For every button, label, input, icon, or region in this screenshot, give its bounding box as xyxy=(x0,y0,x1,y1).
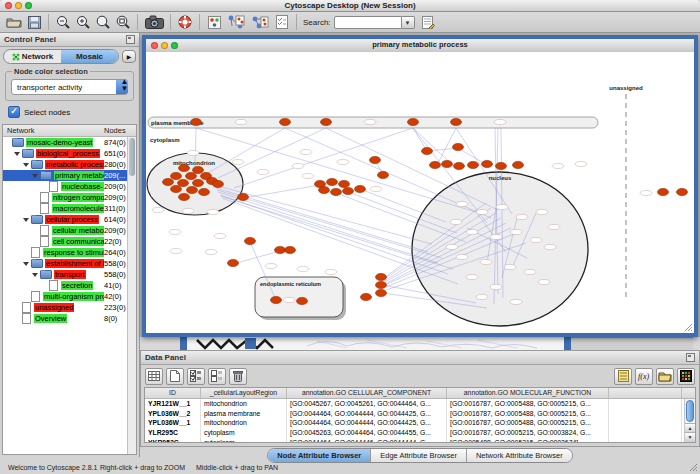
attribute-list-icon[interactable] xyxy=(614,368,632,385)
delete-attribute-icon[interactable] xyxy=(229,368,247,385)
tree-expand-arrow-icon[interactable] xyxy=(14,152,20,156)
node-color-dropdown[interactable]: transporter activity ▲▼ xyxy=(11,79,128,95)
network-node-selected[interactable] xyxy=(321,118,332,125)
tab-edge-attribute-browser[interactable]: Edge Attribute Browser xyxy=(371,449,467,462)
table-row[interactable]: YLR295Ccytoplasm[GO:0045263, GO:0044464,… xyxy=(145,428,695,438)
open-file-icon[interactable] xyxy=(4,13,24,31)
create-attribute-icon[interactable] xyxy=(166,368,184,385)
table-column-header[interactable]: _cellularLayoutRegion xyxy=(201,388,287,398)
network-node-selected[interactable] xyxy=(331,188,342,195)
tab-mosaic[interactable]: Mosaic xyxy=(61,50,118,63)
tree-scrollbar[interactable] xyxy=(127,137,136,454)
table-row[interactable]: YKR052Ccytoplasm[GO:0044464, GO:0044446,… xyxy=(145,438,695,443)
tree-expand-arrow-icon[interactable] xyxy=(23,218,29,222)
network-node-small[interactable] xyxy=(552,163,564,168)
network-node-small[interactable] xyxy=(214,233,226,238)
network-node-small[interactable] xyxy=(456,201,468,206)
network-node-selected[interactable] xyxy=(171,185,182,192)
tree-expand-arrow-icon[interactable] xyxy=(23,262,29,266)
tree-row-establishment-of-lo[interactable]: establishment of lo558(0) xyxy=(3,258,128,269)
tree-row-transport[interactable]: transport558(0) xyxy=(3,269,128,280)
zoom-selected-region-icon[interactable] xyxy=(93,13,113,31)
network-node-small[interactable] xyxy=(538,279,550,284)
data-panel-float-icon[interactable] xyxy=(686,353,695,362)
table-row[interactable]: YPL036W__1mitochondrion[GO:0044464, GO:0… xyxy=(145,418,695,428)
network-node-small[interactable] xyxy=(325,269,337,274)
network-node-small[interactable] xyxy=(516,214,528,219)
network-node-selected[interactable] xyxy=(238,193,249,200)
network-node-selected[interactable] xyxy=(370,156,381,163)
table-column-header[interactable]: annotation.GO CELLULAR_COMPONENT xyxy=(287,388,447,398)
network-node-small[interactable] xyxy=(640,190,652,195)
network-node-selected[interactable] xyxy=(187,186,198,193)
network-node-small[interactable] xyxy=(480,259,492,264)
network-node-selected[interactable] xyxy=(430,161,441,168)
network-node-selected[interactable] xyxy=(378,171,389,178)
network-node-small[interactable] xyxy=(510,229,522,234)
layout-b-icon[interactable] xyxy=(248,13,272,31)
tab-network-attribute-browser[interactable]: Network Attribute Browser xyxy=(467,449,572,462)
network-node-selected[interactable] xyxy=(343,187,354,194)
network-node-small[interactable] xyxy=(530,237,542,242)
network-node-selected[interactable] xyxy=(376,281,387,288)
network-node-selected[interactable] xyxy=(199,188,210,195)
table-column-header[interactable]: ID xyxy=(145,388,201,398)
search-settings-icon[interactable] xyxy=(419,13,439,31)
tree-row-nucleobase-[interactable]: nucleobase-209(0) xyxy=(3,181,128,192)
network-node-small[interactable] xyxy=(232,159,244,164)
network-node-selected[interactable] xyxy=(454,162,465,169)
network-node-selected[interactable] xyxy=(482,160,493,167)
attribute-table-icon[interactable] xyxy=(145,368,163,385)
network-node-selected[interactable] xyxy=(361,293,372,300)
network-canvas[interactable]: plasma membrane cytoplasm mitochondrion … xyxy=(146,52,694,333)
tree-expand-arrow-icon[interactable] xyxy=(32,174,38,178)
search-dropdown-button[interactable]: ▼ xyxy=(402,16,415,29)
table-row[interactable]: YPL036W__2plasma membrane[GO:0044464, GO… xyxy=(145,409,695,419)
network-node-selected[interactable] xyxy=(468,161,479,168)
formula-builder-icon[interactable]: f(x) xyxy=(635,368,653,385)
network-node-selected[interactable] xyxy=(442,160,453,167)
tab-network[interactable]: Network xyxy=(4,50,61,63)
zoom-fit-icon[interactable] xyxy=(113,13,133,31)
network-node-small[interactable] xyxy=(575,161,587,166)
network-node-selected[interactable] xyxy=(408,118,419,125)
save-session-icon[interactable] xyxy=(24,13,44,31)
attribute-matrix-icon[interactable] xyxy=(677,368,695,385)
network-node-small[interactable] xyxy=(544,244,556,249)
tree-row-multi-organism-pro[interactable]: multi-organism pro42(0) xyxy=(3,291,128,302)
network-node-selected[interactable] xyxy=(422,147,433,154)
network-node-selected[interactable] xyxy=(245,237,256,244)
network-node-small[interactable] xyxy=(476,294,488,299)
network-window-titlebar[interactable]: primary metabolic process xyxy=(146,39,694,53)
network-node-selected[interactable] xyxy=(275,246,286,253)
tree-row-nitrogen-compo[interactable]: nitrogen compo209(0) xyxy=(3,192,128,203)
import-attributes-icon[interactable] xyxy=(656,368,674,385)
resize-grip-icon[interactable] xyxy=(684,323,693,332)
network-node-small[interactable] xyxy=(446,244,458,249)
table-scrollbar-thumb[interactable] xyxy=(686,400,694,422)
tree-row-overview[interactable]: Overview8(0) xyxy=(3,313,128,324)
network-node-small[interactable] xyxy=(496,204,508,209)
network-node-selected[interactable] xyxy=(453,143,464,150)
network-node-selected[interactable] xyxy=(228,259,239,266)
network-node-selected[interactable] xyxy=(339,180,350,187)
network-node-small[interactable] xyxy=(152,207,164,212)
table-row[interactable]: YJR121W__1mitochondrion[GO:0045267, GO:0… xyxy=(145,399,695,409)
help-lifesaver-icon[interactable] xyxy=(175,13,195,31)
table-column-header[interactable]: annotation.GO MOLECULAR_FUNCTION xyxy=(447,388,609,398)
network-node-small[interactable] xyxy=(548,224,560,229)
network-node-selected[interactable] xyxy=(271,296,282,303)
network-node-small[interactable] xyxy=(466,229,478,234)
network-node-selected[interactable] xyxy=(213,180,224,187)
network-node-small[interactable] xyxy=(265,263,277,268)
scroll-down-button[interactable]: ▼ xyxy=(685,432,695,442)
tree-row-unassigned[interactable]: unassigned223(0) xyxy=(3,302,128,313)
network-node-small[interactable] xyxy=(169,229,181,234)
tree-column-network[interactable]: Network xyxy=(7,126,35,135)
zoom-in-icon[interactable] xyxy=(73,13,93,31)
network-node-selected[interactable] xyxy=(355,185,366,192)
network-node-selected[interactable] xyxy=(285,246,296,253)
network-node-selected[interactable] xyxy=(319,186,330,193)
vizmapper-icon[interactable] xyxy=(204,13,224,31)
network-node-small[interactable] xyxy=(205,249,217,254)
